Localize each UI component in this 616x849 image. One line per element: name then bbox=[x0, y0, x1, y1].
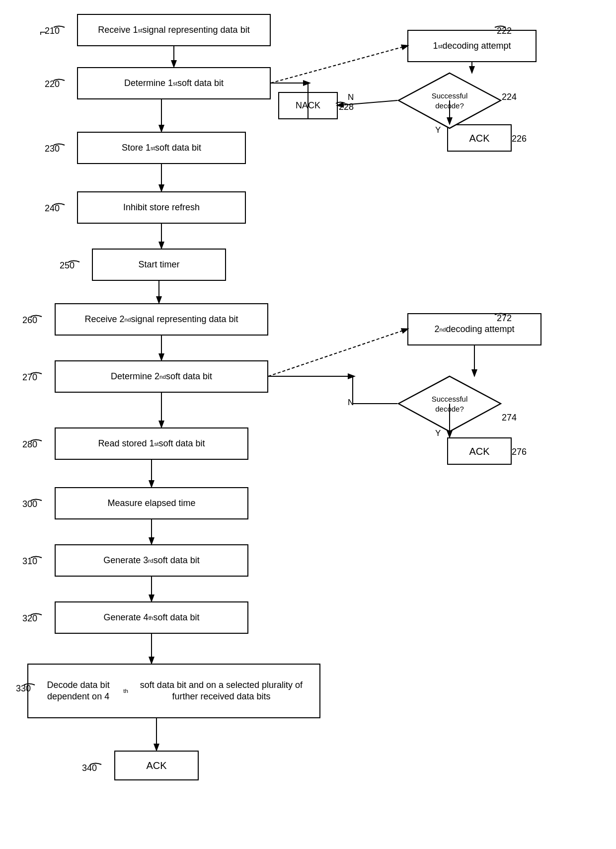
label-y2: Y bbox=[435, 428, 441, 438]
box-320: Generate 4th soft data bit bbox=[55, 601, 248, 634]
box-250: Start timer bbox=[92, 249, 226, 281]
label-210-arrow: ⌐ bbox=[40, 26, 46, 39]
label-230: 230 bbox=[45, 144, 60, 154]
label-340: 340 bbox=[82, 763, 97, 773]
box-340: ACK bbox=[114, 751, 199, 780]
label-224: 224 bbox=[502, 92, 517, 102]
label-y1: Y bbox=[435, 125, 441, 135]
label-330: 330 bbox=[16, 683, 31, 694]
label-300: 300 bbox=[22, 499, 37, 509]
label-280: 280 bbox=[22, 439, 37, 450]
label-228: 228 bbox=[339, 102, 354, 112]
label-272: 272 bbox=[497, 313, 512, 324]
box-270: Determine 2nd soft data bit bbox=[55, 360, 268, 393]
label-276: 276 bbox=[512, 447, 527, 457]
label-210: 210 bbox=[45, 26, 60, 36]
label-n2: N bbox=[348, 398, 354, 408]
flowchart: Receive 1st signal representing data bit… bbox=[0, 0, 616, 849]
label-274: 274 bbox=[502, 413, 517, 423]
box-330: Decode data bit dependent on 4th soft da… bbox=[27, 664, 320, 718]
box-260: Receive 2nd signal representing data bit bbox=[55, 303, 268, 336]
label-222: 222 bbox=[497, 26, 512, 36]
box-240: Inhibit store refresh bbox=[77, 191, 246, 224]
label-310: 310 bbox=[22, 556, 37, 567]
label-220: 220 bbox=[45, 79, 60, 89]
box-228: NACK bbox=[278, 92, 338, 119]
box-230: Store 1st soft data bit bbox=[77, 132, 246, 164]
box-272: 2nd decoding attempt bbox=[407, 313, 541, 345]
label-250: 250 bbox=[60, 260, 75, 271]
box-300: Measure elapsed time bbox=[55, 487, 248, 519]
tick-marks bbox=[0, 0, 616, 849]
label-270: 270 bbox=[22, 372, 37, 383]
label-n1: N bbox=[348, 92, 354, 102]
box-220: Determine 1st soft data bit bbox=[77, 67, 271, 99]
box-210: Receive 1st signal representing data bit bbox=[77, 14, 271, 46]
label-226: 226 bbox=[512, 134, 527, 144]
arrows bbox=[0, 0, 616, 849]
label-320: 320 bbox=[22, 613, 37, 624]
box-280: Read stored 1st soft data bit bbox=[55, 427, 248, 460]
svg-line-20 bbox=[268, 329, 407, 376]
label-240: 240 bbox=[45, 203, 60, 214]
label-260: 260 bbox=[22, 315, 37, 326]
diamond-274: Successfuldecode? bbox=[397, 375, 502, 432]
box-222: 1st decoding attempt bbox=[407, 30, 537, 62]
box-276: ACK bbox=[447, 437, 512, 465]
svg-line-14 bbox=[271, 46, 407, 83]
diamond-224: Successfuldecode? bbox=[397, 72, 502, 129]
box-310: Generate 3rd soft data bit bbox=[55, 544, 248, 577]
